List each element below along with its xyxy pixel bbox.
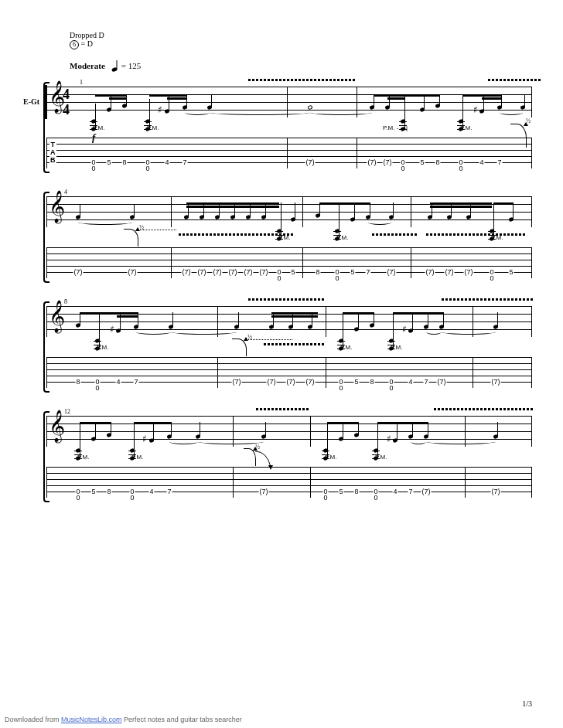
tab-fret: 7 — [423, 379, 428, 385]
tab-fret: 8 — [315, 269, 320, 275]
vibrato-line — [488, 79, 542, 81]
tab-fret: 7 — [365, 269, 370, 275]
tab-fret: 4 — [408, 379, 413, 385]
tuning-name: Dropped D — [70, 31, 540, 39]
vibrato-line — [248, 79, 357, 81]
tab-fret: 0 — [334, 275, 340, 281]
barline — [310, 416, 311, 447]
tab-fret: 7 — [166, 488, 172, 495]
tab-fret: (7) — [213, 269, 223, 275]
footer-credit: Downloaded from MusicNotesLib.com Perfec… — [5, 716, 242, 723]
vibrato-line — [256, 408, 310, 410]
barline — [357, 138, 357, 168]
measure-number: 8 — [64, 298, 67, 305]
tab-fret: (7) — [128, 269, 138, 275]
palm-mute: P.M. — [336, 234, 348, 241]
tab-fret: 8 — [353, 488, 359, 495]
vibrato-line — [434, 408, 534, 410]
barline — [171, 196, 172, 227]
footer-prefix: Downloaded from — [5, 716, 61, 723]
tab-fret: (7) — [464, 269, 474, 275]
tab-staff: (7) (7) (7) (7) (7) (7) (7) (7) 0 0 5 8 … — [46, 247, 532, 278]
system-bracket — [43, 414, 45, 499]
tab-fret: 7 — [496, 159, 502, 165]
tab-fret: 5 — [350, 269, 355, 275]
tab-fret: 0 — [373, 495, 378, 501]
tab-fret: (7) — [267, 379, 277, 385]
barline — [233, 467, 234, 498]
barline — [302, 247, 303, 278]
footer-link[interactable]: MusicNotesLib.com — [61, 716, 122, 723]
tab-staff: T A B 0 0 5 8 0 0 4 7 (7) (7) (7) 0 0 5 … — [46, 138, 532, 168]
barline — [326, 357, 326, 388]
barline — [171, 247, 172, 278]
barline — [302, 196, 303, 227]
tempo-label: Moderate — [70, 60, 105, 70]
footer-suffix: Perfect notes and guitar tabs searcher — [124, 716, 242, 723]
barline — [473, 306, 473, 337]
palm-mute: P.M. — [93, 124, 104, 131]
tab-fret: (7) — [259, 488, 269, 495]
barline — [465, 467, 466, 498]
palm-mute: P.M. — [340, 344, 352, 351]
tab-clef: T A B — [49, 139, 56, 165]
palm-mute-dashed: P.M. - - -| — [383, 124, 408, 131]
tab-fret: 4 — [148, 488, 154, 495]
treble-clef-icon: 𝄞 — [49, 190, 65, 223]
tab-fret: (7) — [491, 488, 501, 495]
barline — [217, 357, 218, 388]
tab-fret: (7) — [421, 488, 432, 495]
palm-mute: P.M. — [278, 234, 290, 241]
tab-fret: 8 — [369, 379, 374, 385]
barline — [217, 306, 218, 337]
tab-fret: (7) — [232, 379, 242, 385]
palm-mute: P.M. — [97, 344, 108, 351]
vibrato-line — [248, 298, 326, 301]
tab-fret: 5 — [419, 159, 425, 165]
barline — [287, 87, 288, 117]
sheet-music-page: Dropped D 6 = D Moderate = 125 E-Gt 𝄞 4 … — [0, 0, 563, 541]
time-signature: 4 4 — [63, 87, 70, 117]
tab-fret: (7) — [387, 269, 397, 275]
tuning-info: Dropped D 6 = D — [70, 31, 540, 49]
palm-mute: P.M. — [131, 454, 143, 461]
tuning-equals: = D — [81, 39, 93, 48]
tab-fret: (7) — [437, 379, 447, 385]
barline — [411, 196, 411, 227]
palm-mute: P.M. — [147, 124, 159, 131]
vibrato-line — [442, 298, 534, 301]
bend-arrow-icon — [232, 338, 247, 356]
music-system: 𝄞 4 — [46, 196, 532, 278]
tab-b: B — [50, 156, 56, 164]
barline — [326, 306, 326, 337]
tab-fret: (7) — [305, 379, 316, 385]
tab-fret: 8 — [106, 488, 111, 495]
treble-clef-icon: 𝄞 — [49, 300, 65, 332]
tab-fret: 0 — [458, 165, 463, 172]
system-bracket — [43, 304, 45, 390]
palm-mute: P.M. — [391, 344, 402, 351]
palm-mute: P.M. — [77, 454, 89, 461]
tempo-bpm: = 125 — [121, 60, 141, 70]
tab-fret: 5 — [90, 488, 96, 495]
music-system: 𝄞 12 ♯ — [46, 416, 532, 498]
quarter-note-icon — [111, 60, 121, 70]
notation-staff: 𝄞 8 ♯ — [46, 306, 532, 337]
tab-fret: 4 — [164, 159, 169, 165]
palm-mute: P.M. — [460, 124, 472, 131]
tab-fret: 7 — [133, 379, 138, 385]
tab-fret: 0 — [129, 495, 135, 501]
tab-fret: 7 — [408, 488, 413, 495]
tab-fret: (7) — [182, 269, 192, 275]
music-system: 𝄞 8 ♯ — [46, 306, 532, 388]
measure-number: 4 — [64, 189, 67, 196]
tab-fret: (7) — [305, 159, 316, 165]
barline — [310, 467, 311, 498]
tab-fret: 0 — [400, 165, 405, 172]
tab-fret: 7 — [182, 159, 187, 165]
time-den: 4 — [63, 102, 70, 117]
tab-fret: 5 — [353, 379, 359, 385]
notation-staff: 𝄞 12 ♯ — [46, 416, 532, 447]
music-system: E-Gt 𝄞 4 4 1 — [46, 87, 532, 168]
string-six-circle: 6 — [70, 40, 79, 49]
